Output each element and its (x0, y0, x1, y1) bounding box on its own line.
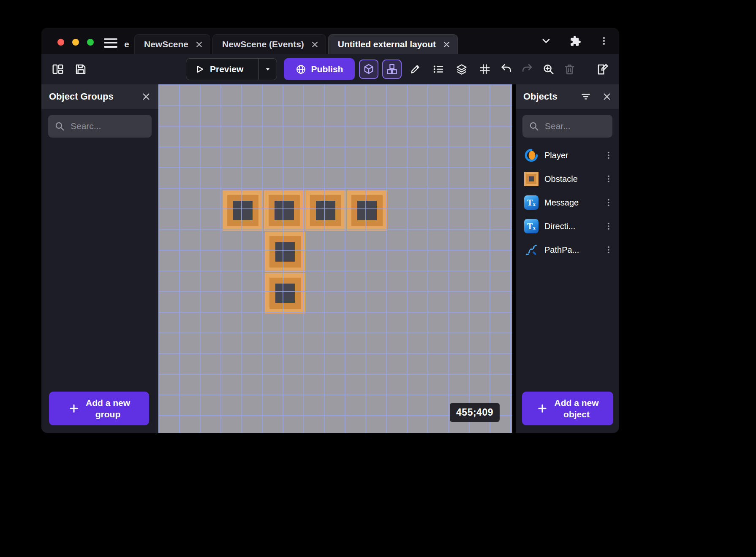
more-options-icon[interactable] (599, 36, 609, 46)
object-row-player[interactable]: Player (516, 143, 619, 167)
tab-untitled-external-layout[interactable]: Untitled external layout (328, 34, 458, 54)
close-icon[interactable] (311, 41, 319, 49)
obstacle-core (233, 201, 253, 220)
objects-search (522, 115, 612, 138)
cursor-coordinates-badge: 455;409 (450, 403, 500, 422)
add-object-button[interactable]: Add a new object (522, 392, 613, 425)
globe-icon (296, 64, 306, 75)
publish-button[interactable]: Publish (284, 58, 355, 80)
close-panel-icon[interactable] (602, 92, 612, 101)
text-object-icon: Tx (524, 195, 538, 210)
extensions-puzzle-icon[interactable] (570, 35, 581, 47)
layers-icon[interactable] (452, 59, 471, 79)
search-icon (528, 121, 539, 132)
3d-view-toggle[interactable] (359, 59, 378, 79)
grid-overlay (158, 84, 512, 433)
zoom-in-icon[interactable] (542, 63, 555, 76)
close-icon[interactable] (443, 41, 451, 49)
obstacle-core (275, 284, 295, 303)
search-input[interactable] (71, 121, 146, 131)
properties-editor-icon[interactable] (596, 63, 609, 76)
cube-3d-icon (363, 63, 375, 75)
object-row-pathpaint[interactable]: PathPa... (516, 238, 619, 262)
scene-canvas[interactable]: 455;409 (158, 84, 512, 433)
obstacle-instance[interactable] (265, 232, 305, 272)
plus-icon (68, 403, 80, 414)
objects-header: Objects (516, 84, 619, 109)
trash-icon[interactable] (563, 63, 576, 76)
add-group-line1: Add a new (86, 397, 130, 408)
editors-layout-icon[interactable] (52, 63, 64, 76)
obstacle-core (275, 201, 294, 220)
object-row-message[interactable]: Tx Message (516, 191, 619, 214)
object-name: PathPa... (544, 245, 596, 255)
panel-title: Object Groups (49, 91, 114, 102)
tab-newscene[interactable]: NewScene (134, 34, 210, 54)
objects-panel: Objects Play (516, 84, 619, 433)
preview-label: Preview (210, 64, 258, 74)
object-name: Message (544, 198, 596, 208)
preview-button[interactable]: Preview (186, 58, 277, 80)
obstacle-instance[interactable] (347, 190, 387, 231)
chevron-down-icon[interactable] (540, 35, 552, 47)
objects-list: Player Obstacle Tx Message (516, 143, 619, 262)
obstacle-core (316, 201, 335, 220)
toolbar-history-icons (500, 63, 576, 76)
object-groups-panel: Object Groups Add a new group (41, 84, 158, 433)
more-options-icon[interactable] (601, 243, 616, 257)
close-icon[interactable] (195, 41, 203, 49)
obstacle-instance[interactable] (305, 190, 346, 231)
instances-list-icon[interactable] (429, 59, 448, 79)
add-object-line1: Add a new (554, 397, 598, 408)
more-options-icon[interactable] (601, 195, 616, 210)
tab-label: NewScene (144, 39, 188, 49)
obstacle-icon (524, 172, 538, 186)
instances-mode-toggle[interactable] (382, 59, 402, 79)
path-paint-icon (524, 243, 538, 257)
add-object-line2: object (554, 408, 598, 420)
object-name: Obstacle (544, 174, 596, 184)
object-groups-header: Object Groups (41, 84, 158, 109)
traffic-lights (57, 39, 94, 46)
tab-label: Untitled external layout (338, 39, 436, 49)
obstacle-instance[interactable] (223, 190, 263, 231)
toolbar: Preview Publish (41, 54, 619, 84)
minimize-window-button[interactable] (72, 39, 79, 46)
more-options-icon[interactable] (601, 148, 616, 162)
player-icon (524, 148, 538, 162)
obstacle-instance[interactable] (264, 190, 305, 231)
grid-icon[interactable] (475, 59, 495, 79)
close-window-button[interactable] (57, 39, 64, 46)
toolbar-left-icons (52, 63, 87, 76)
object-row-directions[interactable]: Tx Directi... (516, 214, 619, 238)
close-panel-icon[interactable] (141, 92, 151, 101)
tab-bar: e NewScene NewScene (Events) Untitled ex… (41, 28, 619, 54)
filter-icon[interactable] (580, 91, 591, 102)
more-options-icon[interactable] (601, 172, 616, 186)
preview-dropdown-caret[interactable] (259, 65, 277, 73)
plus-icon (536, 403, 548, 414)
toolbar-mode-icons (359, 58, 495, 80)
obstacle-instance[interactable] (265, 273, 305, 314)
panel-title: Objects (523, 91, 557, 102)
add-group-button[interactable]: Add a new group (49, 392, 149, 425)
tab-newscene-events[interactable]: NewScene (Events) (212, 34, 326, 54)
search-icon (54, 121, 65, 132)
text-object-icon: Tx (524, 219, 538, 233)
search-input[interactable] (545, 121, 606, 131)
obstacle-core (357, 201, 377, 220)
fullscreen-window-button[interactable] (87, 39, 94, 46)
undo-icon[interactable] (500, 63, 512, 76)
object-name: Directi... (544, 222, 596, 231)
more-options-icon[interactable] (601, 219, 616, 233)
object-name: Player (544, 151, 596, 160)
object-row-obstacle[interactable]: Obstacle (516, 167, 619, 191)
cubes-stack-icon (386, 63, 398, 75)
play-icon (195, 64, 205, 74)
edit-pencil-icon[interactable] (405, 59, 425, 79)
save-icon[interactable] (74, 63, 87, 76)
redo-icon[interactable] (521, 63, 533, 76)
tabbar-right-actions (540, 28, 609, 54)
menu-hamburger-icon[interactable] (104, 38, 117, 48)
tab-label: NewScene (Events) (222, 39, 304, 49)
